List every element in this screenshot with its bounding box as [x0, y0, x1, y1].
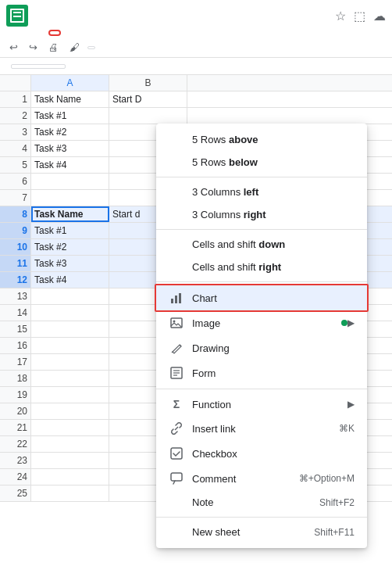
spreadsheet-cell[interactable]: [31, 485, 109, 501]
menu-view[interactable]: [34, 30, 47, 36]
image-submenu-arrow: ▶: [347, 317, 355, 328]
row-number: 11: [0, 256, 31, 271]
menu-rows-above[interactable]: 5 Rows above: [156, 128, 367, 151]
table-row: 2Task #1: [0, 108, 392, 124]
menu-checkbox[interactable]: Checkbox: [156, 441, 367, 466]
menu-insert-link[interactable]: Insert link ⌘K: [156, 416, 367, 441]
menu-note[interactable]: Note Shift+F2: [156, 491, 367, 514]
spreadsheet-cell[interactable]: [31, 174, 109, 189]
checkbox-icon: [169, 446, 184, 460]
undo-button[interactable]: ↩: [6, 40, 21, 55]
menu-rows-below[interactable]: 5 Rows below: [156, 151, 367, 174]
spreadsheet-cell[interactable]: [31, 354, 109, 370]
star-icon[interactable]: ☆: [335, 9, 346, 23]
spreadsheet-cell[interactable]: Task #3: [31, 141, 109, 156]
row-number: 13: [0, 288, 31, 304]
menu-image[interactable]: Image ▶: [156, 310, 367, 335]
spreadsheet-cell[interactable]: Task #4: [31, 157, 109, 173]
comment-icon: [169, 471, 184, 485]
row-number: 1: [0, 91, 31, 107]
menu-data[interactable]: [77, 30, 89, 36]
menu-comment[interactable]: Comment ⌘+Option+M: [156, 466, 367, 491]
rows-below-label: 5 Rows below: [192, 156, 355, 168]
spreadsheet-cell[interactable]: [31, 469, 109, 485]
row-number: 22: [0, 436, 31, 452]
menu-tools[interactable]: [91, 30, 103, 36]
cols-right-label: 3 Columns right: [192, 209, 355, 220]
menu-cells-down[interactable]: Cells and shift down: [156, 233, 367, 256]
spreadsheet-cell[interactable]: [109, 108, 187, 124]
cloud-icon[interactable]: ☁: [373, 9, 386, 23]
spreadsheet-cell[interactable]: [31, 288, 109, 304]
comment-shortcut: ⌘+Option+M: [299, 473, 355, 484]
spreadsheet-cell[interactable]: Task #3: [31, 256, 109, 271]
cell-reference[interactable]: [11, 64, 66, 69]
paint-format-button[interactable]: 🖌: [66, 40, 83, 55]
insert-link-shortcut: ⌘K: [339, 423, 355, 434]
spreadsheet-cell[interactable]: Task #1: [31, 108, 109, 124]
row-number: 17: [0, 354, 31, 370]
spreadsheet-cell[interactable]: Start D: [109, 91, 187, 107]
spreadsheet-cell[interactable]: [31, 387, 109, 403]
spreadsheet-cell[interactable]: Task #4: [31, 272, 109, 288]
spreadsheet-cell[interactable]: Task Name: [31, 206, 109, 222]
row-number: 18: [0, 371, 31, 386]
row-number: 9: [0, 223, 31, 238]
col-header-a[interactable]: A: [31, 75, 109, 91]
menu-edit[interactable]: [20, 30, 33, 36]
row-number: 2: [0, 108, 31, 124]
formula-bar: [0, 58, 392, 75]
menu-form[interactable]: Form: [156, 360, 367, 385]
row-number: 5: [0, 157, 31, 173]
menu-cols-right[interactable]: 3 Columns right: [156, 203, 367, 226]
menu-new-sheet[interactable]: New sheet Shift+F11: [156, 521, 367, 543]
function-label: Function: [192, 399, 347, 410]
menu-addons[interactable]: [105, 30, 117, 36]
row-number: 4: [0, 141, 31, 156]
title-icons: ☆ ⬚ ☁: [335, 9, 386, 23]
spreadsheet-cell[interactable]: [31, 453, 109, 468]
note-label: Note: [192, 496, 319, 508]
menu-bar: [0, 28, 392, 38]
spreadsheet-cell[interactable]: [31, 321, 109, 337]
menu-cols-left[interactable]: 3 Columns left: [156, 181, 367, 203]
menu-format[interactable]: [62, 30, 75, 36]
print-button[interactable]: 🖨: [45, 40, 62, 55]
spreadsheet-cell[interactable]: [31, 420, 109, 435]
menu-file[interactable]: [6, 30, 19, 36]
spreadsheet-cell[interactable]: [31, 305, 109, 321]
chart-icon: [169, 291, 184, 305]
link-icon: [169, 421, 184, 435]
title-bar: ☆ ⬚ ☁: [0, 0, 392, 28]
image-new-dot: [341, 320, 347, 326]
spreadsheet-cell[interactable]: [31, 403, 109, 419]
row-number: 19: [0, 387, 31, 403]
function-submenu-arrow: ▶: [347, 399, 355, 410]
menu-cells-right[interactable]: Cells and shift right: [156, 256, 367, 278]
spreadsheet-cell[interactable]: [31, 338, 109, 353]
col-header-b[interactable]: B: [109, 75, 187, 91]
zoom-display[interactable]: [87, 46, 95, 49]
svg-rect-10: [171, 473, 182, 481]
spreadsheet-cell[interactable]: Task #1: [31, 223, 109, 238]
menu-function[interactable]: Σ Function ▶: [156, 392, 367, 416]
spreadsheet-cell[interactable]: Task #2: [31, 239, 109, 255]
rows-above-label: 5 Rows above: [192, 134, 355, 145]
redo-button[interactable]: ↪: [26, 40, 41, 55]
spreadsheet-cell[interactable]: [31, 190, 109, 206]
new-sheet-label: New sheet: [192, 526, 314, 538]
history-icon[interactable]: ⬚: [354, 9, 365, 23]
menu-drawing[interactable]: Drawing: [156, 335, 367, 360]
cells-down-label: Cells and shift down: [192, 238, 355, 250]
spreadsheet-cell[interactable]: Task #2: [31, 124, 109, 140]
spreadsheet-cell[interactable]: [31, 436, 109, 452]
menu-chart[interactable]: Chart: [156, 285, 367, 310]
formula-input[interactable]: [70, 60, 386, 72]
spreadsheet-cell[interactable]: Task Name: [31, 91, 109, 107]
menu-insert[interactable]: [48, 30, 61, 36]
spreadsheet-cell[interactable]: [31, 371, 109, 386]
row-num-header: [0, 75, 31, 91]
table-row: 1Task NameStart D: [0, 91, 392, 108]
svg-rect-2: [179, 293, 181, 303]
form-label: Form: [192, 367, 355, 379]
